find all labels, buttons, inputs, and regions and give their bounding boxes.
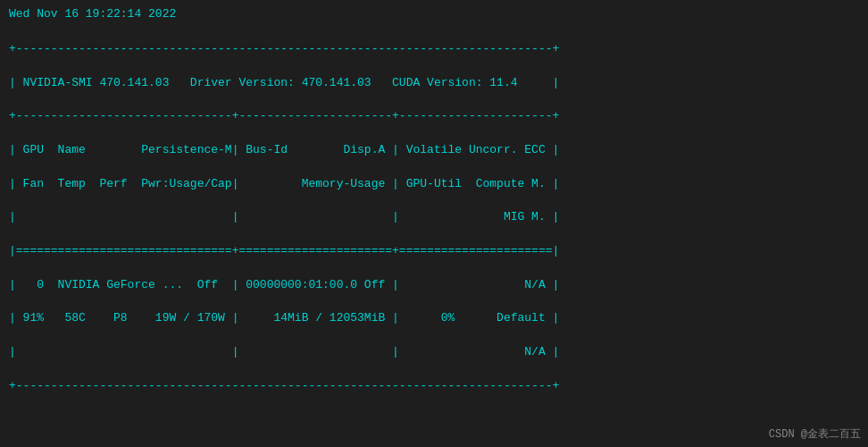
col-header-3: | | | MIG M. | (9, 210, 559, 224)
watermark: CSDN @金表二百五 (769, 426, 861, 442)
gpu-row-3: | | | N/A | (9, 345, 559, 358)
separator-bottom: +---------------------------------------… (9, 379, 559, 392)
version-line: | NVIDIA-SMI 470.141.03 Driver Version: … (9, 76, 559, 89)
col-header-2: | Fan Temp Perf Pwr:Usage/Cap| Memory-Us… (9, 177, 559, 190)
gpu-row-1: | 0 NVIDIA GeForce ... Off | 00000000:01… (9, 278, 559, 291)
col-header-1: | GPU Name Persistence-M| Bus-Id Disp.A … (9, 143, 559, 156)
gpu-row-2: | 91% 58C P8 19W / 170W | 14MiB / 12053M… (9, 311, 559, 325)
blank-line (9, 429, 16, 443)
nvidia-smi-output: +---------------------------------------… (9, 24, 859, 447)
separator-double: |===============================+=======… (9, 244, 559, 257)
separator-header-top: +-------------------------------+-------… (9, 109, 559, 122)
separator-top: +---------------------------------------… (9, 42, 559, 55)
timestamp: Wed Nov 16 19:22:14 2022 (9, 7, 859, 21)
